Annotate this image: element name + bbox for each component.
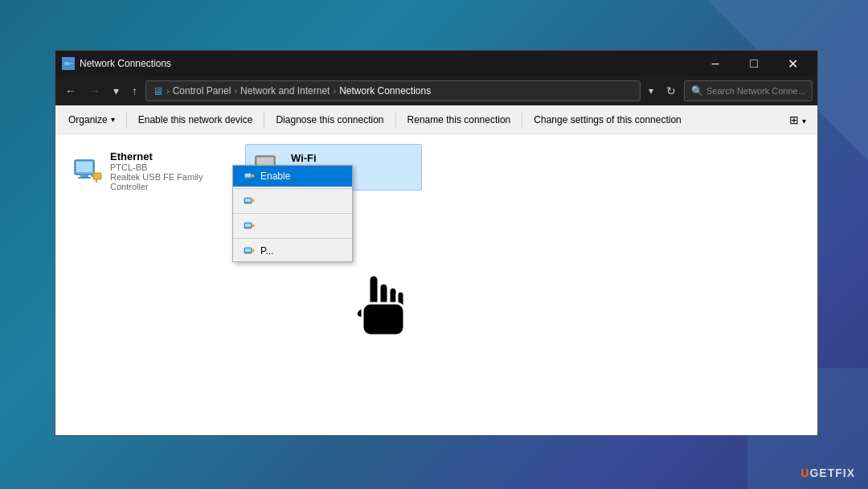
- diagnose-connection-button[interactable]: Diagnose this connection: [269, 111, 390, 129]
- context-menu-divider-1: [233, 188, 352, 189]
- enable-icon: [243, 170, 256, 183]
- watermark-u: U: [800, 466, 809, 479]
- window-icon: [62, 57, 75, 70]
- maximize-button[interactable]: □: [735, 51, 772, 76]
- search-icon: 🔍: [691, 85, 703, 97]
- context-menu-divider-2: [233, 213, 352, 214]
- svg-rect-6: [80, 175, 88, 177]
- svg-rect-22: [245, 199, 251, 202]
- svg-rect-36: [369, 275, 379, 307]
- organize-button[interactable]: Organize ▾: [62, 111, 121, 129]
- search-placeholder: Search Network Conne...: [706, 86, 805, 96]
- svg-rect-23: [252, 199, 254, 202]
- svg-rect-7: [78, 177, 91, 179]
- svg-rect-20: [252, 175, 254, 177]
- context-menu-item-2[interactable]: [233, 191, 352, 212]
- enable-network-device-button[interactable]: Enable this network device: [132, 111, 260, 129]
- svg-rect-28: [245, 249, 251, 252]
- svg-rect-29: [252, 249, 254, 252]
- svg-rect-25: [245, 224, 251, 227]
- context-menu: Enable: [232, 165, 353, 262]
- back-button[interactable]: ←: [60, 81, 81, 101]
- diagnose-label: Diagnose this connection: [276, 114, 383, 125]
- breadcrumb-network-internet[interactable]: Network and Internet: [240, 85, 330, 97]
- ethernet-line3: Realtek USB FE Family Controller: [110, 172, 235, 191]
- breadcrumb-control-panel[interactable]: Control Panel: [173, 85, 231, 97]
- enable-label: Enable: [260, 171, 290, 182]
- toolbar-divider-3: [395, 112, 396, 128]
- watermark-suffix: GETFIX: [809, 466, 855, 479]
- title-bar: Network Connections – □ ✕: [55, 51, 817, 76]
- window-title: Network Connections: [80, 58, 697, 69]
- watermark: UGETFIX: [800, 466, 855, 479]
- context-menu-enable[interactable]: Enable: [233, 166, 352, 187]
- item3-icon: [243, 220, 256, 232]
- view-icon: ⊞: [789, 113, 799, 126]
- organize-arrow: ▾: [111, 115, 115, 124]
- svg-rect-2: [71, 62, 74, 65]
- address-dropdown-button[interactable]: ▾: [644, 84, 658, 98]
- item4-label: P...: [260, 245, 273, 257]
- toolbar-divider-2: [264, 112, 264, 128]
- ethernet-connection-item[interactable]: Ethernet PTCL-BB Realtek USB FE Family C…: [65, 144, 242, 198]
- svg-rect-5: [76, 162, 92, 172]
- enable-label: Enable this network device: [138, 114, 253, 125]
- svg-rect-30: [369, 275, 379, 307]
- organize-label: Organize: [68, 114, 108, 125]
- view-button[interactable]: ⊞ ▾: [784, 110, 811, 129]
- forward-button[interactable]: →: [84, 81, 105, 101]
- view-arrow: ▾: [802, 117, 806, 125]
- context-menu-item-4[interactable]: P...: [233, 240, 352, 261]
- svg-rect-35: [362, 303, 404, 335]
- svg-rect-31: [379, 283, 388, 314]
- svg-rect-26: [252, 224, 254, 227]
- up-button[interactable]: ↑: [127, 81, 142, 101]
- address-bar: ← → ▾ ↑ 🖥 › Control Panel › Network and …: [55, 76, 817, 105]
- ethernet-line2: PTCL-BB: [110, 162, 235, 172]
- change-settings-label: Change settings of this connection: [534, 114, 681, 125]
- svg-rect-32: [389, 287, 397, 315]
- wifi-name: Wi-Fi: [291, 152, 350, 164]
- address-input[interactable]: 🖥 › Control Panel › Network and Internet…: [145, 80, 641, 101]
- context-menu-item-3[interactable]: [233, 216, 352, 236]
- svg-rect-8: [93, 173, 101, 179]
- window-controls: – □ ✕: [697, 51, 811, 76]
- ethernet-name: Ethernet: [110, 150, 235, 162]
- close-button[interactable]: ✕: [774, 51, 811, 76]
- item2-icon: [243, 195, 256, 208]
- toolbar-divider-1: [126, 112, 127, 128]
- svg-rect-19: [245, 174, 251, 177]
- rename-connection-button[interactable]: Rename this connection: [401, 111, 518, 129]
- svg-rect-33: [397, 291, 404, 315]
- ethernet-icon: [72, 155, 104, 187]
- svg-rect-1: [65, 62, 69, 65]
- toolbar-divider-4: [522, 112, 522, 128]
- content-area: Ethernet PTCL-BB Realtek USB FE Family C…: [55, 134, 817, 435]
- mouse-cursor: [345, 271, 409, 351]
- search-box[interactable]: 🔍 Search Network Conne...: [684, 80, 813, 101]
- minimize-button[interactable]: –: [697, 51, 734, 76]
- change-settings-button[interactable]: Change settings of this connection: [527, 111, 687, 129]
- context-menu-divider-3: [233, 238, 352, 239]
- dropdown-button[interactable]: ▾: [108, 81, 124, 101]
- toolbar: Organize ▾ Enable this network device Di…: [55, 105, 817, 134]
- ethernet-info: Ethernet PTCL-BB Realtek USB FE Family C…: [110, 150, 235, 191]
- svg-point-34: [354, 306, 370, 320]
- item4-icon: [243, 244, 256, 257]
- network-connections-window: Network Connections – □ ✕ ← → ▾ ↑ 🖥 › Co…: [55, 50, 818, 436]
- rename-label: Rename this connection: [407, 114, 511, 125]
- control-panel-icon: 🖥: [153, 85, 163, 97]
- breadcrumb-network-connections: Network Connections: [339, 85, 431, 97]
- refresh-button[interactable]: ↻: [661, 81, 681, 101]
